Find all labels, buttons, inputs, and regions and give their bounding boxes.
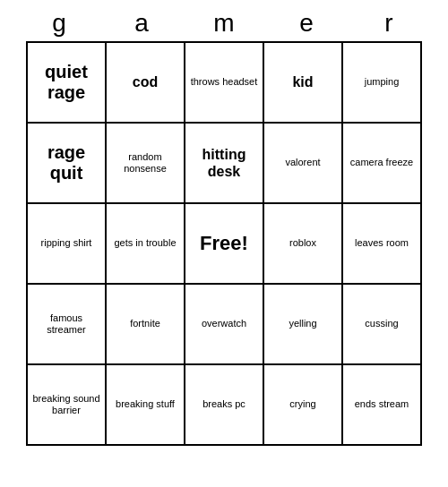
cell-label: ripping shirt: [41, 237, 92, 249]
cell-label: breaks pc: [202, 398, 246, 410]
bingo-cell[interactable]: jumping: [343, 43, 422, 124]
cell-label: Free!: [200, 232, 248, 255]
bingo-cell[interactable]: gets in trouble: [107, 204, 185, 285]
bingo-cell[interactable]: ends stream: [343, 365, 422, 446]
bingo-cell[interactable]: crying: [264, 365, 343, 446]
cell-label: quiet rage: [31, 62, 101, 103]
cell-label: ends stream: [355, 398, 409, 410]
cell-label: rage quit: [31, 142, 101, 184]
cell-label: gets in trouble: [114, 237, 176, 249]
title-letter: g: [20, 9, 99, 38]
cell-label: cod: [133, 73, 158, 90]
bingo-cell[interactable]: rage quit: [28, 124, 107, 204]
cell-label: camera freeze: [350, 157, 413, 168]
bingo-cell[interactable]: cussing: [343, 285, 422, 365]
bingo-cell[interactable]: Free!: [185, 204, 264, 285]
bingo-grid: quiet ragecodthrows headsetkidjumpingrag…: [26, 41, 422, 446]
title-letter: r: [349, 9, 428, 38]
bingo-cell[interactable]: ripping shirt: [28, 204, 107, 285]
bingo-cell[interactable]: breaking stuff: [107, 365, 185, 446]
title-letter: m: [185, 9, 263, 38]
bingo-cell[interactable]: throws headset: [185, 43, 264, 124]
bingo-cell[interactable]: overwatch: [185, 285, 264, 365]
bingo-cell[interactable]: kid: [264, 43, 343, 124]
cell-label: hitting desk: [189, 146, 259, 180]
cell-label: cussing: [365, 318, 398, 329]
cell-label: overwatch: [202, 318, 246, 329]
bingo-cell[interactable]: cod: [107, 43, 185, 124]
bingo-cell[interactable]: camera freeze: [343, 124, 422, 204]
title-letter: a: [102, 9, 181, 38]
title-letter: e: [267, 9, 346, 38]
cell-label: throws headset: [191, 76, 258, 88]
cell-label: crying: [289, 398, 315, 410]
cell-label: breaking sound barrier: [31, 393, 101, 416]
title-row: gamer: [18, 9, 430, 38]
bingo-cell[interactable]: breaks pc: [185, 365, 264, 446]
cell-label: famous streamer: [31, 312, 101, 336]
cell-label: yelling: [289, 318, 316, 329]
bingo-cell[interactable]: yelling: [264, 285, 343, 365]
cell-label: jumping: [365, 76, 400, 88]
bingo-cell[interactable]: fortnite: [107, 285, 185, 365]
cell-label: fortnite: [130, 318, 160, 329]
cell-label: roblox: [289, 237, 316, 249]
cell-label: valorent: [285, 157, 320, 168]
bingo-cell[interactable]: random nonsense: [107, 124, 185, 204]
bingo-cell[interactable]: valorent: [264, 124, 343, 204]
bingo-cell[interactable]: famous streamer: [28, 285, 107, 365]
bingo-cell[interactable]: breaking sound barrier: [28, 365, 107, 446]
bingo-cell[interactable]: roblox: [264, 204, 343, 285]
bingo-cell[interactable]: hitting desk: [185, 124, 264, 204]
bingo-cell[interactable]: quiet rage: [28, 43, 107, 124]
cell-label: leaves room: [355, 237, 409, 249]
cell-label: breaking stuff: [116, 398, 175, 410]
bingo-cell[interactable]: leaves room: [343, 204, 422, 285]
cell-label: random nonsense: [110, 151, 180, 175]
cell-label: kid: [292, 73, 313, 90]
